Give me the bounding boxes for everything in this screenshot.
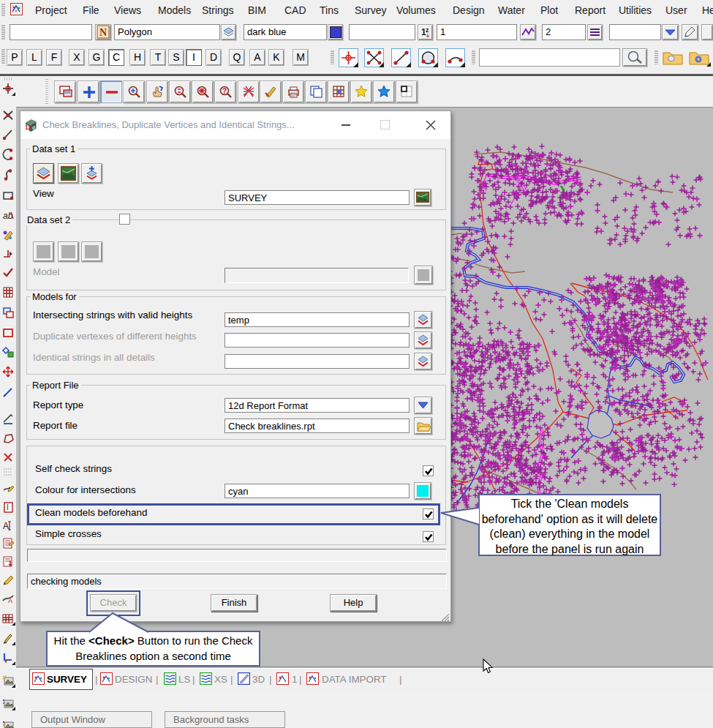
- svg-text:z: z: [426, 26, 429, 34]
- svg-text:12: 12: [25, 124, 32, 131]
- svg-text:?: ?: [222, 87, 227, 95]
- svg-text:A: A: [8, 597, 12, 604]
- svg-text:N: N: [99, 27, 107, 38]
- svg-text:I: I: [7, 503, 9, 511]
- svg-text:A: A: [3, 521, 9, 531]
- svg-text:d: d: [32, 125, 35, 130]
